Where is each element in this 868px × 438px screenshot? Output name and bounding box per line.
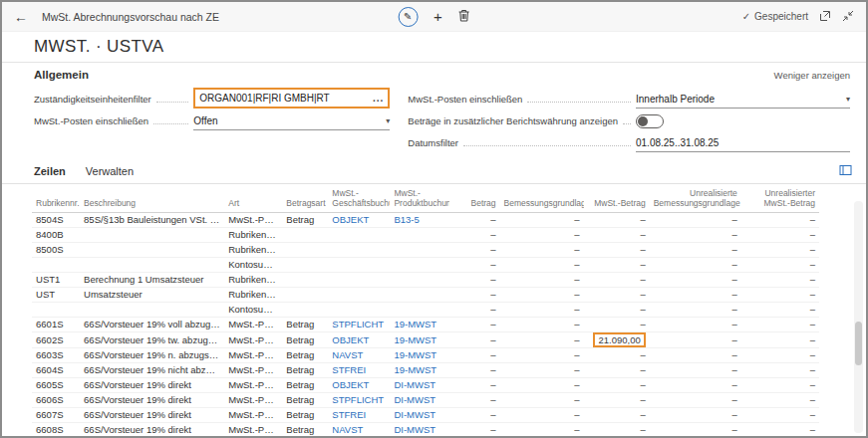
posten-right-select[interactable]: Innerhalb Periode ▾ (636, 91, 850, 109)
cell-produkt[interactable]: DI-MWST (390, 377, 449, 392)
cell-betragsart[interactable] (282, 257, 328, 272)
column-header-geschaeft[interactable]: MwSt.-Geschäftsbuchun... (328, 184, 390, 212)
cell-mwst[interactable]: – (584, 422, 650, 437)
cell-produkt[interactable]: 19-MWST (390, 317, 449, 331)
table-row[interactable]: 6605S66S/Vorsteuer 19% direktMwSt.-Poste… (2, 377, 819, 392)
cell-bemessung[interactable]: – (500, 272, 584, 287)
cell-betrag[interactable]: – (449, 331, 499, 347)
cell-betrag[interactable]: – (449, 317, 499, 331)
cell-betrag[interactable]: – (449, 242, 499, 257)
cell-unreal_bemessung[interactable]: – (650, 347, 741, 362)
row-selector[interactable] (2, 377, 32, 392)
cell-beschreibung[interactable]: 66S/Vorsteuer 19% direkt (80, 407, 224, 422)
row-selector[interactable] (2, 317, 32, 331)
column-header-bemessung[interactable]: Bemessungsgrundlage (500, 184, 584, 212)
column-header-unreal_mwst[interactable]: Unrealisierter MwSt.-Betrag (741, 184, 819, 212)
cell-nr[interactable]: 8400B (32, 227, 80, 242)
cell-betrag[interactable]: – (449, 377, 499, 392)
cell-produkt[interactable]: 19-MWST (390, 362, 449, 377)
cell-unreal_bemessung[interactable]: – (650, 377, 741, 392)
cell-produkt[interactable]: DI-MWST (390, 422, 449, 437)
cell-betrag[interactable]: – (449, 422, 499, 437)
cell-betragsart[interactable]: Betrag (282, 422, 328, 437)
cell-geschaeft[interactable]: STPFLICHT (328, 392, 390, 407)
cell-art[interactable]: MwSt.-Posten-... (224, 317, 282, 331)
cell-betragsart[interactable]: Betrag (282, 377, 328, 392)
cell-betragsart[interactable] (282, 302, 328, 317)
cell-beschreibung[interactable]: 66S/Vorsteuer 19% direkt (80, 392, 224, 407)
scrollbar-thumb[interactable] (855, 322, 862, 365)
tab-zeilen[interactable]: Zeilen (34, 165, 66, 177)
vertical-scrollbar[interactable] (854, 201, 863, 433)
cell-art[interactable]: MwSt.-Posten-... (224, 212, 282, 227)
cell-unreal_mwst[interactable]: – (741, 272, 819, 287)
cell-art[interactable]: MwSt.-Posten-... (224, 392, 282, 407)
table-row[interactable]: 6603S66S/Vorsteuer 19% n. abzugsfähigMwS… (2, 347, 819, 362)
cell-bemessung[interactable]: – (500, 407, 584, 422)
cell-bemessung[interactable]: – (500, 242, 584, 257)
cell-art[interactable]: Rubrikensumme (224, 242, 282, 257)
cell-beschreibung[interactable]: Berechnung 1 Umsatzsteuer (80, 272, 224, 287)
cell-bemessung[interactable]: – (500, 331, 584, 347)
show-less-link[interactable]: Weniger anzeigen (774, 70, 850, 81)
cell-geschaeft[interactable] (328, 242, 390, 257)
table-row[interactable]: Kontosumme––––– (2, 302, 819, 317)
cell-mwst[interactable]: – (584, 257, 650, 272)
cell-geschaeft[interactable]: STPFLICHT (328, 317, 390, 331)
cell-unreal_mwst[interactable]: – (741, 362, 819, 377)
cell-unreal_mwst[interactable]: – (741, 227, 819, 242)
cell-art[interactable]: MwSt.-Posten-... (224, 347, 282, 362)
cell-betragsart[interactable]: Betrag (282, 392, 328, 407)
cell-mwst[interactable]: – (584, 392, 650, 407)
cell-mwst[interactable]: – (584, 212, 650, 227)
cell-geschaeft[interactable]: NAVST (328, 347, 390, 362)
cell-nr[interactable]: 8500S (32, 242, 80, 257)
cell-betragsart[interactable]: Betrag (282, 331, 328, 347)
table-row[interactable]: Kontosumme––––– (2, 257, 819, 272)
table-row[interactable]: 8500SRubrikensumme––––– (2, 242, 819, 257)
cell-nr[interactable]: 6603S (32, 347, 80, 362)
cell-betrag[interactable]: – (449, 227, 499, 242)
cell-beschreibung[interactable] (80, 227, 224, 242)
cell-unreal_mwst[interactable]: – (741, 331, 819, 347)
table-row[interactable]: USTUmsatzsteuerRubrikensumme––––– (2, 287, 819, 302)
cell-betragsart[interactable] (282, 287, 328, 302)
cell-bemessung[interactable]: – (500, 302, 584, 317)
column-header-mwst[interactable]: MwSt.-Betrag (584, 184, 650, 212)
row-selector[interactable] (2, 272, 32, 287)
table-row[interactable]: 8504S85S/§13b Bauleistungen VSt. voll an… (2, 212, 819, 227)
cell-art[interactable]: MwSt.-Posten-... (224, 362, 282, 377)
table-row[interactable]: 6604S66S/Vorsteuer 19% nicht abzugsfähig… (2, 362, 819, 377)
cell-nr[interactable]: 6601S (32, 317, 80, 331)
row-selector[interactable] (2, 422, 32, 437)
row-selector[interactable] (2, 392, 32, 407)
cell-nr[interactable]: 8504S (32, 212, 80, 227)
cell-nr[interactable]: 6602S (32, 331, 80, 347)
cell-betrag[interactable]: – (449, 212, 499, 227)
cell-beschreibung[interactable]: 66S/Vorsteuer 19% direkt (80, 422, 224, 437)
cell-betragsart[interactable]: Betrag (282, 317, 328, 331)
cell-bemessung[interactable]: – (500, 347, 584, 362)
cell-beschreibung[interactable]: 66S/Vorsteuer 19% tw. abzugsfähig (80, 331, 224, 347)
cell-bemessung[interactable]: – (500, 377, 584, 392)
section-title[interactable]: Allgemein (34, 69, 89, 81)
cell-art[interactable]: Kontosumme (224, 302, 282, 317)
cell-unreal_mwst[interactable]: – (741, 287, 819, 302)
cell-art[interactable]: MwSt.-Posten-... (224, 377, 282, 392)
cell-art[interactable]: Kontosumme (224, 257, 282, 272)
cell-betrag[interactable]: – (449, 272, 499, 287)
delete-button[interactable] (458, 8, 470, 26)
cell-bemessung[interactable]: – (500, 287, 584, 302)
cell-geschaeft[interactable]: OBJEKT (328, 377, 390, 392)
cell-betragsart[interactable]: Betrag (282, 407, 328, 422)
cell-produkt[interactable]: B13-5 (390, 212, 449, 227)
cell-beschreibung[interactable]: 66S/Vorsteuer 19% n. abzugsfähig (80, 347, 224, 362)
cell-betrag[interactable]: – (449, 407, 499, 422)
cell-unreal_bemessung[interactable]: – (650, 422, 741, 437)
cell-geschaeft[interactable]: OBJEKT (328, 212, 390, 227)
cell-bemessung[interactable]: – (500, 362, 584, 377)
breadcrumb[interactable]: MwSt. Abrechnungsvorschau nach ZE (42, 11, 219, 23)
cell-produkt[interactable]: DI-MWST (390, 392, 449, 407)
cell-bemessung[interactable]: – (500, 317, 584, 331)
menu-verwalten[interactable]: Verwalten (86, 165, 134, 177)
